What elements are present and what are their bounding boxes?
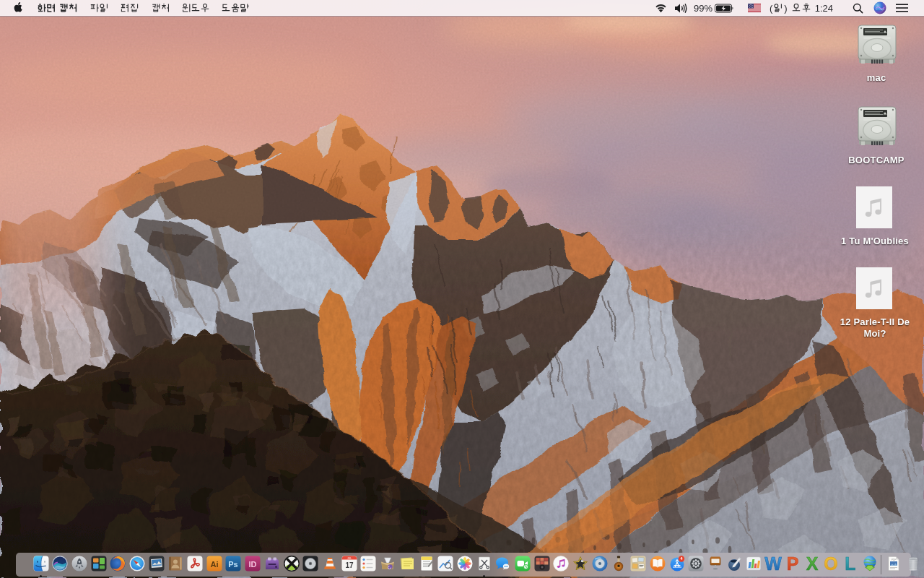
svg-text:Ps: Ps [228,560,237,569]
svg-text:P: P [787,553,799,574]
svg-text:PDF: PDF [892,558,896,561]
svg-text:17: 17 [345,561,354,569]
svg-text:JUL: JUL [347,557,352,560]
svg-text:Ai: Ai [211,560,219,569]
svg-text:X: X [806,553,819,574]
svg-text:ID: ID [249,560,257,569]
svg-text:W: W [764,553,782,574]
svg-text:L: L [845,553,855,574]
svg-text:O: O [824,553,837,574]
